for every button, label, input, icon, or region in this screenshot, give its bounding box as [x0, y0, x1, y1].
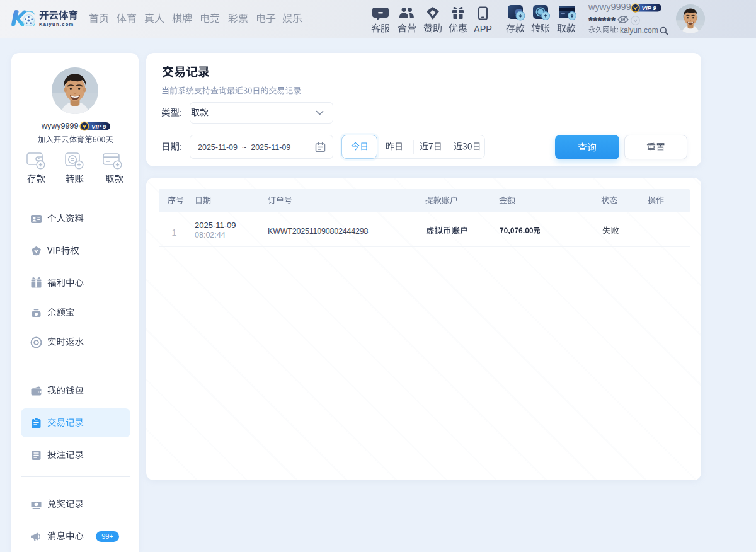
svg-text:VIP 9: VIP 9 — [642, 4, 657, 11]
svg-text:VIP 9: VIP 9 — [91, 123, 106, 130]
